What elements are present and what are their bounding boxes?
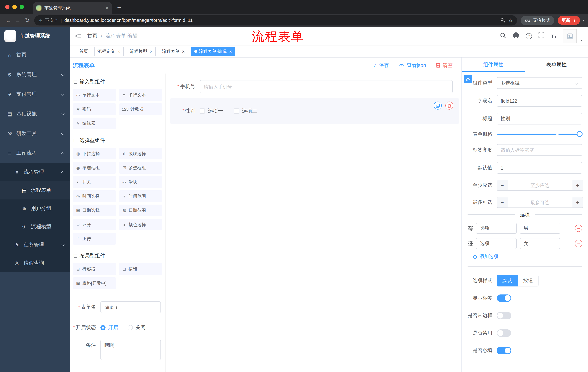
user-avatar[interactable] <box>563 29 577 43</box>
status-radio-on[interactable]: 开启 <box>100 322 118 331</box>
style-button-button[interactable]: 按钮 <box>518 275 538 287</box>
palette-item-dropdown-select[interactable]: ◎下拉选择 <box>73 148 116 159</box>
option-value-input[interactable] <box>520 223 560 234</box>
window-minimize-button[interactable] <box>12 5 17 9</box>
sidebar-item-leave-query[interactable]: ♙ 请假查询 <box>0 254 70 272</box>
browser-update-button[interactable]: 更新 ⋮ <box>558 16 580 25</box>
checkbox-option-1[interactable]: 选项一 <box>200 108 223 114</box>
tag-process-definition[interactable]: 流程定义 × <box>94 47 124 56</box>
sidebar-item-infrastructure[interactable]: ▤ 基础设施 <box>0 104 70 124</box>
max-select-input[interactable] <box>508 197 572 207</box>
tab-form-props[interactable]: 表单属性 <box>525 57 588 72</box>
forward-button[interactable]: → <box>13 17 22 23</box>
palette-item-rate[interactable]: ☆评分 <box>73 219 116 230</box>
tab-component-props[interactable]: 组件属性 <box>462 57 525 72</box>
palette-item-radio-group[interactable]: ◉单选框组 <box>73 162 116 174</box>
remove-option-button[interactable]: − <box>575 240 582 247</box>
sidebar-item-process-management[interactable]: ≡ 流程管理 <box>0 163 70 181</box>
sidebar-item-home[interactable]: ⌂ 首页 <box>0 45 70 65</box>
drag-handle-icon[interactable] <box>468 226 473 231</box>
label-width-input[interactable] <box>497 144 582 156</box>
add-option-button[interactable]: ⊕ 添加选项 <box>473 253 582 260</box>
sidebar-collapse-icon[interactable] <box>75 33 82 39</box>
sidebar-item-system-management[interactable]: ⚙ 系统管理 <box>0 65 70 85</box>
default-value-input[interactable] <box>497 162 582 174</box>
view-json-button[interactable]: 查看json <box>399 62 426 69</box>
option-name-input[interactable] <box>476 238 517 249</box>
back-button[interactable]: ← <box>4 17 13 23</box>
required-toggle[interactable] <box>497 347 511 354</box>
reload-button[interactable]: ↻ <box>22 17 32 24</box>
palette-item-password[interactable]: ✱密码 <box>73 103 116 115</box>
fullscreen-icon[interactable] <box>538 32 544 40</box>
grid-slider[interactable] <box>497 134 581 135</box>
show-label-toggle[interactable] <box>497 295 511 302</box>
document-link-button[interactable] <box>464 75 472 83</box>
avatar-caret-icon[interactable]: ▾ <box>580 39 582 43</box>
sidebar-item-payment-management[interactable]: ¥ 支付管理 <box>0 85 70 104</box>
palette-item-checkbox-group[interactable]: ☑多选框组 <box>119 162 162 174</box>
tag-process-form[interactable]: 流程表单 × <box>159 47 188 56</box>
palette-item-cascade-select[interactable]: ⋔级联选择 <box>119 148 162 159</box>
decrement-button[interactable]: − <box>497 180 508 190</box>
bookmark-star-icon[interactable]: ☆ <box>508 18 513 23</box>
password-key-icon[interactable] <box>500 18 506 23</box>
checkbox-option-2[interactable]: 选项二 <box>234 108 257 114</box>
palette-item-color-picker[interactable]: ◑颜色选择 <box>119 219 162 230</box>
tag-process-form-edit[interactable]: 流程表单-编辑 × <box>191 47 235 56</box>
sidebar-item-process-form[interactable]: ▤ 流程表单 <box>0 181 70 200</box>
new-tab-button[interactable]: + <box>117 4 121 12</box>
tag-close-icon[interactable]: × <box>117 49 120 54</box>
github-icon[interactable] <box>513 32 519 40</box>
tag-close-icon[interactable]: × <box>182 49 185 54</box>
form-name-input[interactable] <box>100 301 161 313</box>
sidebar-item-user-groups[interactable]: ☻ 用户分组 <box>0 200 70 218</box>
breadcrumb-home[interactable]: 首页 <box>87 33 97 39</box>
sidebar-item-dev-tools[interactable]: ⚒ 研发工具 <box>0 124 70 143</box>
tag-process-model[interactable]: 流程模型 × <box>126 47 156 56</box>
palette-item-time-range[interactable]: ◔时间范围 <box>119 190 162 202</box>
sidebar-item-process-model[interactable]: ✈ 流程模型 <box>0 218 70 236</box>
palette-item-table[interactable]: ▩表格[开发中] <box>73 277 116 289</box>
border-toggle[interactable] <box>497 312 511 319</box>
drag-handle-icon[interactable] <box>468 241 473 246</box>
remove-option-button[interactable]: − <box>575 224 582 232</box>
window-close-button[interactable] <box>5 5 10 9</box>
gender-field-block-selected[interactable]: *性别 选项一 选项二 <box>170 98 459 124</box>
sidebar-item-task-management[interactable]: ⚑ 任务管理 <box>0 236 70 254</box>
option-name-input[interactable] <box>476 223 517 234</box>
title-input[interactable] <box>497 113 582 125</box>
copy-field-button[interactable] <box>434 102 442 110</box>
window-zoom-button[interactable] <box>20 5 24 9</box>
palette-item-counter[interactable]: 123计数器 <box>119 103 162 115</box>
palette-item-single-line-text[interactable]: ▭单行文本 <box>73 89 116 101</box>
address-bar[interactable]: ⚠ 不安全 | dashboard.yudao.iocoder.cn/bpm/m… <box>34 15 517 25</box>
disabled-toggle[interactable] <box>497 329 511 337</box>
style-default-button[interactable]: 默认 <box>497 275 518 287</box>
tag-close-icon[interactable]: × <box>229 49 232 54</box>
increment-button[interactable]: + <box>572 180 583 190</box>
palette-item-row-container[interactable]: ⊞行容器 <box>73 263 116 275</box>
tab-close-icon[interactable]: × <box>105 5 108 11</box>
form-remark-textarea[interactable]: 嘿嘿 <box>100 340 161 360</box>
palette-item-date-range[interactable]: ▧日期范围 <box>119 205 162 216</box>
status-radio-off[interactable]: 关闭 <box>128 322 146 331</box>
browser-tab[interactable]: 芋道管理系统 × <box>33 2 112 14</box>
help-icon[interactable]: ? <box>526 33 532 39</box>
palette-item-editor[interactable]: ✎编辑器 <box>73 117 116 129</box>
component-type-select[interactable]: 多选框组 <box>497 77 582 89</box>
field-name-input[interactable] <box>497 95 582 107</box>
tag-close-icon[interactable]: × <box>150 49 152 54</box>
delete-field-button[interactable] <box>445 102 453 110</box>
font-size-icon[interactable]: TT <box>551 33 556 39</box>
palette-item-switch[interactable]: ◐开关 <box>73 176 116 188</box>
search-icon[interactable] <box>500 32 506 40</box>
palette-item-time-picker[interactable]: ◷时间选择 <box>73 190 116 202</box>
increment-button[interactable]: + <box>572 197 583 207</box>
palette-item-slider[interactable]: ⊷滑块 <box>119 176 162 188</box>
palette-item-multi-line-text[interactable]: ≡多行文本 <box>119 89 162 101</box>
tag-home[interactable]: 首页 <box>76 47 91 56</box>
palette-item-button[interactable]: ◻按钮 <box>119 263 162 275</box>
toolbar-caret-icon[interactable]: ▾ <box>583 19 584 22</box>
phone-field-row[interactable]: *手机号 <box>170 80 453 93</box>
